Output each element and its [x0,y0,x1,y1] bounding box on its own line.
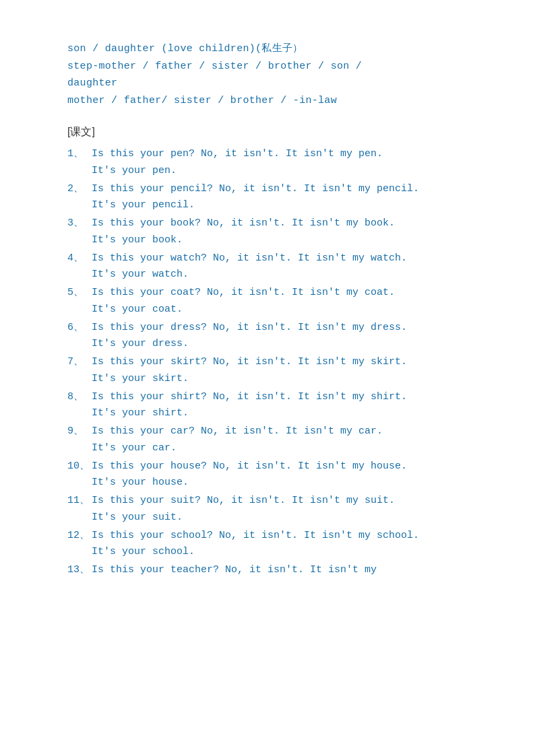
item-content: Is this your suit? No, it isn't. It isn'… [92,493,481,526]
item-content: Is this your school? No, it isn't. It is… [92,528,481,561]
item-content: Is this your car? No, it isn't. It isn't… [92,423,481,457]
list-item: 9、Is this your car? No, it isn't. It isn… [67,423,481,457]
header-line4: mother / father/ sister / brother / -in-… [67,92,481,110]
list-item: 7、Is this your skirt? No, it isn't. It i… [67,354,481,388]
item-content: Is this your shirt? No, it isn't. It isn… [92,389,481,423]
list-item: 13、Is this your teacher? No, it isn't. I… [67,562,481,579]
item-content: Is this your coat? No, it isn't. It isn'… [92,285,481,318]
item-number: 13、 [67,562,92,579]
item-number: 10、 [67,458,92,492]
header-line3: daughter [67,75,481,92]
item-number: 5、 [67,285,92,318]
item-content: Is this your house? No, it isn't. It isn… [92,458,481,492]
item-number: 2、 [67,181,92,215]
item-number: 7、 [67,354,92,388]
item-number: 8、 [67,389,92,423]
header-line2: step-mother / father / sister / brother … [67,58,481,75]
list-item: 4、Is this your watch? No, it isn't. It i… [67,250,481,284]
item-number: 3、 [67,215,92,249]
list-item: 6、Is this your dress? No, it isn't. It i… [67,320,481,353]
item-content: Is this your skirt? No, it isn't. It isn… [92,354,481,388]
list-item: 8、Is this your shirt? No, it isn't. It i… [67,389,481,423]
item-content: Is this your pen? No, it isn't. It isn't… [92,146,481,180]
item-number: 11、 [67,493,92,526]
list-item: 2、Is this your pencil? No, it isn't. It … [67,181,481,215]
header-line1: son / daughter (love children)(私生子） [67,40,481,58]
item-number: 4、 [67,250,92,284]
list-item: 12、Is this your school? No, it isn't. It… [67,528,481,561]
list-item: 11、Is this your suit? No, it isn't. It i… [67,493,481,526]
list-item: 1、Is this your pen? No, it isn't. It isn… [67,146,481,180]
list-item: 10、Is this your house? No, it isn't. It … [67,458,481,492]
list-item: 3、Is this your book? No, it isn't. It is… [67,215,481,249]
list-item: 5、Is this your coat? No, it isn't. It is… [67,285,481,318]
item-content: Is this your book? No, it isn't. It isn'… [92,215,481,249]
item-content: Is this your teacher? No, it isn't. It i… [92,562,481,579]
lesson-list: 1、Is this your pen? No, it isn't. It isn… [67,146,481,579]
section-title: [课文] [67,125,481,139]
item-content: Is this your pencil? No, it isn't. It is… [92,181,481,215]
item-number: 9、 [67,423,92,457]
item-number: 6、 [67,320,92,353]
item-content: Is this your dress? No, it isn't. It isn… [92,320,481,353]
item-number: 1、 [67,146,92,180]
item-content: Is this your watch? No, it isn't. It isn… [92,250,481,284]
header-section: son / daughter (love children)(私生子） step… [67,40,481,109]
item-number: 12、 [67,528,92,561]
